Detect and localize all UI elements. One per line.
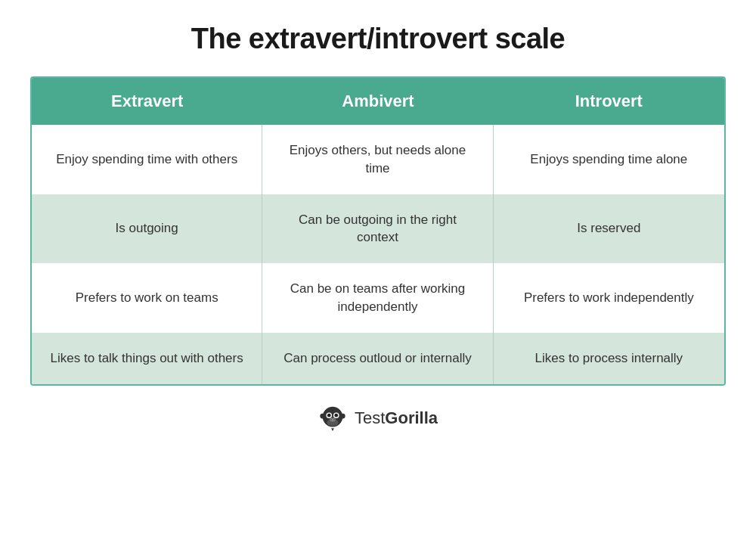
svg-point-8 bbox=[333, 419, 335, 421]
logo-text: TestGorilla bbox=[355, 408, 438, 428]
row3-col2: Likes to process internally bbox=[494, 333, 724, 384]
row1-col1: Can be outgoing in the right context bbox=[262, 194, 493, 264]
row2-col0: Prefers to work on teams bbox=[32, 263, 262, 333]
row0-col1: Enjoys others, but needs alone time bbox=[262, 125, 493, 194]
logo-bold: Gorilla bbox=[385, 408, 438, 427]
table-row: Prefers to work on teams Can be on teams… bbox=[32, 263, 724, 333]
row1-col0: Is outgoing bbox=[32, 194, 262, 264]
svg-point-7 bbox=[330, 419, 332, 421]
logo-light: Test bbox=[355, 408, 385, 427]
svg-point-10 bbox=[340, 413, 345, 418]
row2-col2: Prefers to work independently bbox=[494, 263, 724, 333]
header-ambivert: Ambivert bbox=[262, 78, 493, 125]
page-title: The extravert/introvert scale bbox=[191, 23, 565, 55]
header-extravert: Extravert bbox=[32, 78, 262, 125]
row3-col0: Likes to talk things out with others bbox=[32, 333, 262, 384]
row0-col0: Enjoy spending time with others bbox=[32, 125, 262, 194]
header-introvert: Introvert bbox=[494, 78, 724, 125]
row3-col1: Can process outloud or internally bbox=[262, 333, 493, 384]
main-table: Extravert Ambivert Introvert Enjoy spend… bbox=[30, 76, 726, 386]
row0-col2: Enjoys spending time alone bbox=[494, 125, 724, 194]
footer: TestGorilla bbox=[318, 404, 438, 433]
row1-col2: Is reserved bbox=[494, 194, 724, 264]
svg-point-4 bbox=[327, 413, 331, 417]
table-header: Extravert Ambivert Introvert bbox=[32, 78, 724, 125]
row2-col1: Can be on teams after working independen… bbox=[262, 263, 493, 333]
table-row: Is outgoing Can be outgoing in the right… bbox=[32, 194, 724, 264]
svg-marker-11 bbox=[331, 428, 334, 431]
table-row: Likes to talk things out with others Can… bbox=[32, 333, 724, 384]
testgorilla-logo-icon bbox=[318, 404, 347, 433]
svg-point-9 bbox=[320, 413, 325, 418]
table-row: Enjoy spending time with others Enjoys o… bbox=[32, 125, 724, 194]
svg-point-5 bbox=[334, 413, 338, 417]
